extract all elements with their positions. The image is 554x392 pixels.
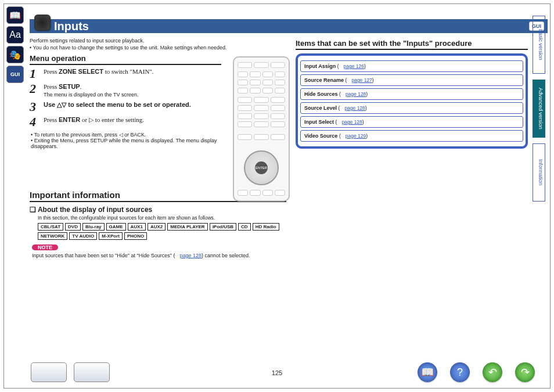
src-box: iPod/USB xyxy=(210,223,236,231)
src-box: GAME xyxy=(106,223,126,231)
hand-icon: ☞ xyxy=(341,91,346,97)
menu-notes: To return to the previous item, press ◁ … xyxy=(30,132,221,149)
page-link[interactable]: page 128 xyxy=(346,91,366,97)
page-link[interactable]: page 128 xyxy=(341,119,362,125)
step-1: 1 Press ZONE SELECT to switch "MAIN". xyxy=(30,67,221,80)
note-badge: NOTE xyxy=(32,244,58,250)
hide-sources-note: Input sources that have been set to "Hid… xyxy=(32,253,286,258)
src-box: MEDIA PLAYER xyxy=(167,223,207,231)
left-icon-column: 📖 Aa 🎭 GUI xyxy=(6,6,26,83)
step-number: 1 xyxy=(30,67,40,80)
step-4: 4 Press ENTER or ▷ to enter the setting. xyxy=(30,116,221,128)
intro-text: Perform settings related to input source… xyxy=(30,38,286,44)
step-3: 3 Use △▽ to select the menu to be set or… xyxy=(30,100,221,113)
tab-basic-version[interactable]: Basic version xyxy=(533,16,545,74)
item-input-assign[interactable]: Input Assign (☞page 126) xyxy=(300,60,523,72)
inputs-icon xyxy=(34,15,51,31)
step-text: Press SETUP. The menu is displayed on th… xyxy=(44,82,138,98)
page-link[interactable]: page 128 xyxy=(344,105,365,111)
tab-advanced-version[interactable]: Advanced version xyxy=(533,80,545,138)
hand-icon: ☞ xyxy=(341,133,346,139)
page-link[interactable]: page 129 xyxy=(346,133,366,139)
footer: 125 📖 ? ↶ ↷ xyxy=(8,358,546,383)
intro-bullet-text: You do not have to change the settings t… xyxy=(33,45,227,51)
help-icon[interactable]: ? xyxy=(450,362,470,382)
book-open-icon[interactable]: 📖 xyxy=(6,6,24,24)
title-bar: Inputs GUI xyxy=(30,19,548,33)
mask-icon[interactable]: 🎭 xyxy=(6,46,24,63)
src-box: AUX1 xyxy=(128,223,146,231)
src-box: M-XPort xyxy=(99,232,123,240)
content-area: Perform settings related to input source… xyxy=(30,35,527,357)
right-column: Items that can be set with the "Inputs" … xyxy=(296,35,528,149)
vertical-tabs: Basic version Advanced version Informati… xyxy=(533,16,545,202)
item-video-source[interactable]: Video Source (☞page 129) xyxy=(300,130,523,142)
item-source-rename[interactable]: Source Rename (☞page 127) xyxy=(300,74,523,86)
page-link[interactable]: page 128 xyxy=(179,253,202,258)
src-box: Blu-ray xyxy=(82,223,105,231)
note-item: To return to the previous item, press ◁ … xyxy=(31,132,221,138)
intro-bullet: • You do not have to change the settings… xyxy=(30,45,286,51)
footer-nav-icons: 📖 ? ↶ ↷ xyxy=(418,362,535,382)
page-title: Inputs xyxy=(54,20,89,33)
step-number: 4 xyxy=(30,116,40,128)
items-heading: Items that can be set with the "Inputs" … xyxy=(296,39,528,50)
sources-note: In this section, the configurable input … xyxy=(38,215,286,221)
font-aa-icon[interactable]: Aa xyxy=(6,26,24,44)
remote-illustration xyxy=(233,56,290,202)
src-box: CBL/SAT xyxy=(38,223,63,231)
hand-icon: ☞ xyxy=(339,63,344,69)
contents-icon[interactable]: 📖 xyxy=(418,362,437,382)
src-box: CD xyxy=(238,223,251,231)
items-box: Input Assign (☞page 126) Source Rename (… xyxy=(296,53,528,149)
step-number: 3 xyxy=(30,100,40,113)
step-text: Press ENTER or ▷ to enter the setting. xyxy=(44,116,144,128)
footer-thumbnails xyxy=(31,362,110,382)
page-link[interactable]: page 127 xyxy=(351,77,372,83)
note-item: Exiting the Menu, press SETUP while the … xyxy=(31,138,221,149)
page-frame: 📖 Aa 🎭 GUI Inputs GUI Perform settings r… xyxy=(3,3,551,389)
page-number: 125 xyxy=(272,369,282,376)
src-box: AUX2 xyxy=(148,223,166,231)
src-box: PHONO xyxy=(124,232,147,240)
item-hide-sources[interactable]: Hide Sources (☞page 128) xyxy=(300,88,523,100)
step-sub: The menu is displayed on the TV screen. xyxy=(44,91,138,98)
tab-information[interactable]: Information xyxy=(533,143,545,202)
device-front-thumb[interactable] xyxy=(31,362,67,382)
src-box: TV AUDIO xyxy=(69,232,97,240)
item-input-select[interactable]: Input Select (☞page 128) xyxy=(300,116,523,128)
src-box: NETWORK xyxy=(38,232,67,240)
step-2: 2 Press SETUP. The menu is displayed on … xyxy=(30,82,221,98)
src-box: HD Radio xyxy=(253,223,279,231)
source-list: CBL/SAT DVD Blu-ray GAME AUX1 AUX2 MEDIA… xyxy=(38,223,286,240)
item-source-level[interactable]: Source Level (☞page 128) xyxy=(300,102,523,114)
menu-operation-heading: Menu operation xyxy=(30,54,221,65)
step-number: 2 xyxy=(30,82,40,98)
left-column: Perform settings related to input source… xyxy=(30,35,286,258)
about-sources-heading: About the display of input sources xyxy=(30,206,286,214)
step-text: Use △▽ to select the menu to be set or o… xyxy=(44,100,191,113)
next-page-icon[interactable]: ↷ xyxy=(515,362,535,382)
step-text: Press ZONE SELECT to switch "MAIN". xyxy=(44,67,154,80)
page-link[interactable]: page 126 xyxy=(344,63,364,69)
prev-page-icon[interactable]: ↶ xyxy=(483,362,502,382)
device-rear-thumb[interactable] xyxy=(74,362,110,382)
src-box: DVD xyxy=(65,223,81,231)
gui-nav-icon[interactable]: GUI xyxy=(6,66,24,83)
